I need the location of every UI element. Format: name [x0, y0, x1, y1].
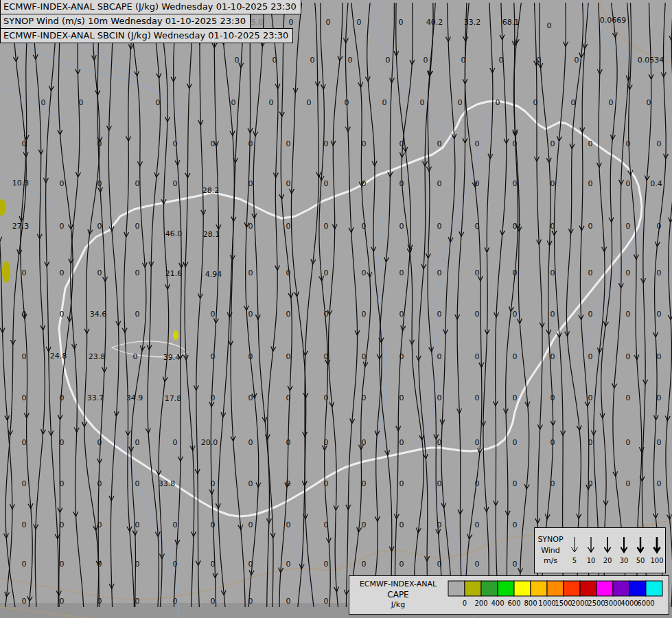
cape-legend-labels: ECMWF-INDEX-ANAL CAPE J/kg — [349, 580, 447, 610]
title-synop-wind: SYNOP Wind (m/s) 10m Wednesday 01-10-202… — [0, 14, 251, 29]
cape-tick-label: 6000 — [637, 599, 654, 607]
wind-legend: SYNOP Wind m/s 510203050100 — [534, 527, 666, 573]
cape-color-cell — [514, 581, 531, 596]
cape-tick-label: 4000 — [621, 599, 638, 607]
cape-tick-label: 800 — [524, 599, 537, 607]
wind-speed-label: 5 — [572, 557, 577, 564]
cape-color-cell — [547, 581, 564, 596]
wind-speed-label: 50 — [636, 557, 645, 564]
cape-tick-label: 2500 — [588, 599, 605, 607]
cape-color-cell — [448, 581, 465, 596]
wind-legend-title: SYNOP — [535, 534, 566, 545]
cape-color-cell — [465, 581, 481, 596]
weather-map-screen: 0000025.0000040.233.268.100.066900000000… — [0, 0, 672, 618]
title-sbcin: ECMWF-INDEX-ANAL SBCIN (J/kg) Wednesday … — [0, 28, 293, 43]
cape-color-cell — [613, 581, 629, 596]
cape-tick-label: 1000 — [538, 599, 555, 607]
wind-arrow-icon — [654, 537, 660, 552]
cape-legend-model: ECMWF-INDEX-ANAL — [349, 580, 447, 589]
map-titles: ECMWF-INDEX-ANAL SBCAPE (J/kg) Wednesday… — [0, 0, 301, 43]
wind-speed-label: 20 — [603, 557, 612, 564]
cape-tick-label: 400 — [491, 599, 504, 607]
cape-tick-label: 2000 — [571, 599, 588, 607]
cape-color-cell — [629, 581, 646, 596]
wind-legend-wind-label: Wind — [535, 545, 566, 556]
cape-color-scale: 0200400600800100015002000250030004000600… — [447, 579, 665, 612]
cape-color-cell — [531, 581, 547, 596]
cape-tick-label: 600 — [507, 599, 520, 607]
cape-tick-label: 1500 — [555, 599, 572, 607]
wind-legend-labels: SYNOP Wind m/s — [535, 534, 566, 567]
cape-color-cell — [596, 581, 613, 596]
wind-arrow-icon — [621, 537, 627, 552]
map-canvas — [0, 0, 672, 618]
wind-legend-unit: m/s — [535, 556, 566, 566]
cape-legend: ECMWF-INDEX-ANAL CAPE J/kg 0200400600800… — [349, 575, 669, 615]
cape-tick-label: 3000 — [604, 599, 621, 607]
wind-arrow-icon — [572, 537, 578, 552]
title-sbcape: ECMWF-INDEX-ANAL SBCAPE (J/kg) Wednesday… — [0, 0, 301, 14]
cape-color-cell — [580, 581, 596, 596]
cape-legend-unit: J/kg — [349, 600, 447, 610]
wind-arrow-icon — [638, 537, 644, 552]
cape-tick-label: 0 — [463, 599, 467, 607]
wind-speed-label: 10 — [587, 557, 596, 564]
wind-speed-label: 100 — [650, 557, 663, 564]
wind-arrow-icon — [605, 537, 611, 552]
cape-color-cell — [481, 581, 498, 596]
wind-speed-arrows: 510203050100 — [566, 534, 664, 567]
cape-color-cell — [498, 581, 514, 596]
cape-color-cell — [646, 581, 662, 596]
cape-tick-label: 200 — [474, 599, 487, 607]
wind-arrow-icon — [588, 537, 594, 552]
wind-speed-label: 30 — [620, 557, 629, 564]
cape-color-cell — [564, 581, 580, 596]
cape-legend-name: CAPE — [349, 590, 447, 601]
